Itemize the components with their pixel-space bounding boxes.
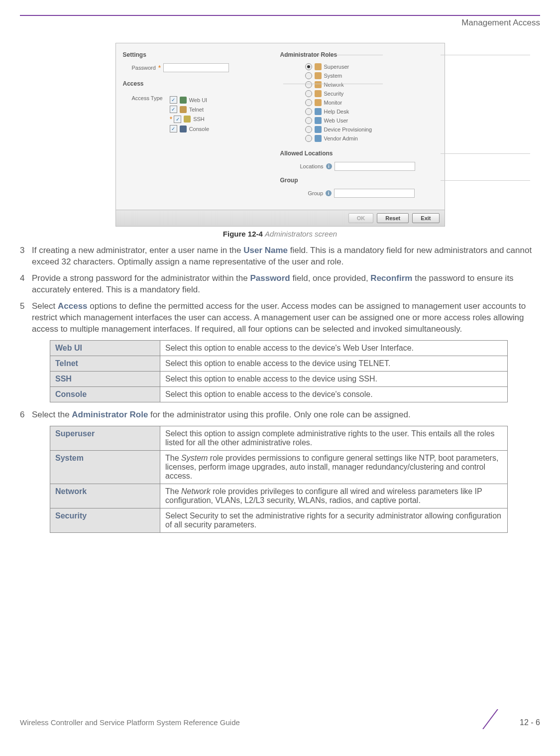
cell-val: Select Security to set the administrativ… — [160, 508, 508, 532]
page-number: 12 - 6 — [520, 718, 540, 727]
system-icon — [315, 72, 322, 79]
role-7: Device Provisioning — [324, 126, 372, 132]
text: role provides permissions to configure g… — [165, 454, 498, 480]
role-3: Security — [324, 91, 344, 97]
monitor-icon — [315, 99, 322, 106]
step-4: 4 Provide a strong password for the admi… — [20, 273, 540, 296]
highlight-admin-role: Administrator Role — [72, 410, 148, 419]
step-num: 3 — [20, 245, 32, 268]
text: for the administrator using this profile… — [148, 410, 410, 419]
table-row: Web UISelect this option to enable acces… — [50, 340, 508, 356]
figure-caption: Figure 12-4 Administrators screen — [20, 230, 540, 238]
checkbox-ssh[interactable]: ✓ — [174, 116, 181, 123]
table-row: SSHSelect this option to enable access t… — [50, 371, 508, 386]
radio-helpdesk[interactable] — [305, 108, 312, 115]
checkbox-console[interactable]: ✓ — [170, 125, 177, 132]
highlight-access: Access — [58, 301, 88, 311]
allowed-locations-fieldset: Allowed Locations — [280, 150, 438, 157]
highlight-password: Password — [250, 273, 290, 283]
cell-val: Select this option to enable access to t… — [160, 371, 508, 386]
cell-val: Select this option to enable access to t… — [160, 386, 508, 402]
radio-superuser[interactable] — [305, 63, 312, 70]
text: field, once provided, — [290, 273, 371, 283]
lock-icon — [184, 116, 191, 123]
footer-slash-icon — [480, 709, 505, 729]
cell-key: Security — [50, 508, 160, 532]
cell-key: Web UI — [50, 340, 160, 356]
cell-key: Telnet — [50, 356, 160, 371]
italic-text: System — [181, 454, 208, 462]
text: Select — [32, 301, 58, 311]
admin-roles-fieldset: Administrator Roles — [280, 51, 438, 58]
table-row: ConsoleSelect this option to enable acce… — [50, 386, 508, 402]
required-star-icon: * — [158, 64, 161, 72]
cell-key: Console — [50, 386, 160, 402]
footer-title: Wireless Controller and Service Platform… — [20, 718, 240, 727]
table-row: TelnetSelect this option to enable acces… — [50, 356, 508, 371]
text: Provide a strong password for the admini… — [32, 273, 250, 283]
text: Select the — [32, 410, 72, 419]
role-0: Superuser — [324, 64, 349, 70]
step-num: 5 — [20, 301, 32, 335]
helpdesk-icon — [315, 108, 322, 115]
page-footer: Wireless Controller and Service Platform… — [20, 718, 540, 727]
role-2: Network — [324, 82, 344, 88]
header-rule — [20, 15, 540, 16]
access-type-0: Web UI — [189, 97, 207, 103]
group-input[interactable] — [334, 189, 415, 198]
step-num: 4 — [20, 273, 32, 296]
cell-val: The System role provides permissions to … — [160, 450, 508, 484]
radio-webuser[interactable] — [305, 117, 312, 124]
access-type-3: Console — [189, 126, 209, 132]
section-header: Management Access — [20, 18, 540, 28]
globe-icon — [180, 97, 187, 104]
text: The — [165, 487, 181, 496]
access-type-1: Telnet — [189, 107, 204, 113]
webuser-icon — [315, 117, 322, 124]
ok-button[interactable]: OK — [348, 213, 374, 223]
password-label: Password — [132, 65, 156, 71]
table-row: SystemThe System role provides permissio… — [50, 450, 508, 484]
step-5: 5 Select Access options to define the pe… — [20, 301, 540, 335]
group-label: Group — [308, 190, 324, 196]
cell-key: System — [50, 450, 160, 484]
cell-key: Network — [50, 484, 160, 508]
role-8: Vendor Admin — [324, 135, 358, 141]
password-input[interactable] — [163, 63, 229, 72]
radio-security[interactable] — [305, 90, 312, 97]
locations-input[interactable] — [335, 162, 415, 171]
exit-button[interactable]: Exit — [412, 213, 439, 223]
table-row: SecuritySelect Security to set the admin… — [50, 508, 508, 532]
radio-device-provisioning[interactable] — [305, 126, 312, 133]
security-icon — [315, 90, 322, 97]
info-icon[interactable]: i — [326, 190, 332, 196]
access-type-2: SSH — [193, 116, 205, 122]
vendor-admin-icon — [315, 135, 322, 142]
table-row: NetworkThe Network role provides privile… — [50, 484, 508, 508]
required-star-icon: * — [170, 115, 172, 123]
radio-network[interactable] — [305, 81, 312, 88]
radio-vendor-admin[interactable] — [305, 135, 312, 142]
text: role provides privileges to configure al… — [165, 487, 482, 504]
checkbox-telnet[interactable]: ✓ — [170, 106, 177, 113]
text: The — [165, 454, 181, 462]
radio-monitor[interactable] — [305, 99, 312, 106]
cell-key: Superuser — [50, 426, 160, 450]
role-1: System — [324, 73, 342, 79]
access-options-table: Web UISelect this option to enable acces… — [50, 340, 508, 402]
text: options to define the permitted access f… — [32, 301, 526, 334]
radio-system[interactable] — [305, 72, 312, 79]
checkbox-webui[interactable]: ✓ — [170, 96, 177, 104]
table-row: SuperuserSelect this option to assign co… — [50, 426, 508, 450]
device-provisioning-icon — [315, 126, 322, 133]
network-icon — [315, 81, 322, 88]
info-icon[interactable]: i — [326, 163, 332, 169]
role-4: Monitor — [324, 100, 342, 106]
reset-button[interactable]: Reset — [377, 213, 409, 223]
settings-fieldset: Settings — [123, 51, 280, 58]
italic-text: Network — [181, 487, 211, 496]
figure-number: Figure 12-4 — [223, 230, 263, 238]
role-6: Web User — [324, 118, 348, 124]
highlight-reconfirm: Reconfirm — [370, 273, 412, 283]
highlight-username: User Name — [243, 246, 288, 255]
